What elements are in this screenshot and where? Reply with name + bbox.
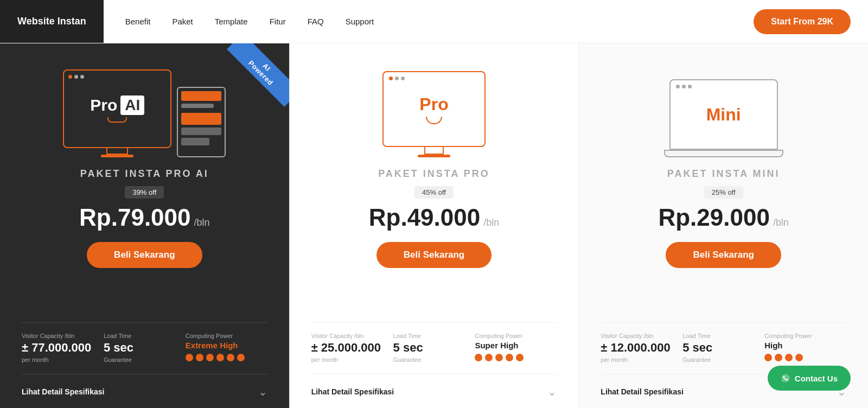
price-unit-ai: /bln [194, 217, 210, 228]
pro-label: Pro [419, 94, 448, 114]
mini-dot1 [676, 85, 680, 88]
nav-template[interactable]: Template [215, 17, 248, 26]
contact-us-button[interactable]: Contact Us [768, 366, 851, 391]
stat-power-label-pro: Computing Power [475, 333, 557, 339]
ai-ribbon: AI Powered [227, 43, 289, 107]
discount-badge-pro: 45% off [414, 186, 454, 199]
pkg-title-ai: PAKET INSTA PRO AI [80, 168, 209, 180]
stat-power-mini: Computing Power High [764, 333, 846, 363]
nav-fitur[interactable]: Fitur [270, 17, 286, 26]
monitor-dots [68, 75, 84, 79]
pro-dot-r4 [506, 354, 513, 361]
stat-visitor-value-ai: ± 77.000.000 [22, 341, 104, 355]
price-main-ai: Rp.79.000 [79, 204, 190, 231]
pro-stand-base [418, 155, 450, 157]
stat-visitor-label-mini: Visitor Capacity /bln [601, 333, 682, 339]
nav-cta-button[interactable]: Start From 29K [754, 9, 851, 34]
stat-power-pro: Computing Power Super High [475, 333, 557, 363]
nav-links: Benefit Paket Template Fitur FAQ Support [125, 17, 754, 26]
detail-footer-pro[interactable]: Lihat Detail Spesifikasi ⌄ [311, 374, 557, 408]
stat-visitor-pro: Visitor Capacity /bln ± 25.000.000 per m… [311, 333, 393, 363]
stat-visitor-sub-pro: per month [311, 356, 393, 363]
dot-r4 [216, 354, 224, 361]
monitor-u [107, 117, 127, 123]
monitor-pro: Pro [382, 71, 486, 147]
stand-neck [106, 148, 128, 155]
nav-brand[interactable]: Website Instan [0, 0, 104, 43]
pro-dot3 [401, 76, 405, 80]
stat-load-label-ai: Load Time [104, 333, 186, 339]
stat-load-value-pro: 5 sec [393, 341, 475, 355]
pkg-title-mini: PAKET INSTA MINI [667, 168, 780, 180]
mini-dot3 [688, 85, 692, 88]
monitor-big: Pro AI [63, 69, 171, 148]
stand-base [101, 155, 133, 157]
buy-btn-mini[interactable]: Beli Sekarang [666, 242, 781, 268]
stat-load-value-ai: 5 sec [104, 341, 186, 355]
price-row-pro: Rp.49.000 /bln [369, 204, 500, 231]
price-main-pro: Rp.49.000 [369, 204, 480, 231]
card-pro-ai: AI Powered Pro AI [0, 43, 289, 408]
stat-load-label-pro: Load Time [393, 333, 475, 339]
dot-r6 [237, 354, 245, 361]
stats-row-mini: Visitor Capacity /bln ± 12.000.000 per m… [601, 322, 846, 363]
mini-dot-r2 [775, 354, 782, 361]
mini-dot-r1 [764, 354, 772, 361]
chevron-icon-ai: ⌄ [258, 385, 267, 398]
stats-row-ai: Visitor Capacity /bln ± 77.000.000 per m… [22, 322, 267, 363]
discount-badge-mini: 25% off [704, 186, 743, 199]
stat-visitor-mini: Visitor Capacity /bln ± 12.000.000 per m… [601, 333, 682, 363]
contact-label: Contact Us [795, 374, 838, 383]
dot-r1 [186, 354, 193, 361]
pro-dot-r1 [475, 354, 482, 361]
nav-faq[interactable]: FAQ [308, 17, 324, 26]
mini-dot2 [682, 85, 686, 88]
stat-power-label-mini: Computing Power [764, 333, 846, 339]
pricing-cards: AI Powered Pro AI [0, 43, 868, 408]
stat-load-sub-mini: Guarantee [682, 356, 764, 363]
stat-power-value-ai: Extreme High [186, 341, 267, 350]
mini-dot-r3 [785, 354, 793, 361]
pro-icon: Pro [382, 60, 486, 157]
monitor-label: Pro AI [90, 95, 144, 115]
stat-load-value-mini: 5 sec [682, 341, 764, 355]
whatsapp-icon [781, 373, 790, 383]
pro-ai-icon: Pro AI [63, 60, 226, 157]
price-main-mini: Rp.29.000 [658, 204, 769, 231]
stat-visitor-sub-mini: per month [601, 356, 682, 363]
detail-footer-text-mini: Lihat Detail Spesifikasi [601, 387, 684, 396]
buy-btn-pro[interactable]: Beli Sekarang [376, 242, 492, 268]
dots-rating-pro [475, 354, 557, 361]
device-row1 [181, 91, 221, 101]
stat-load-mini: Load Time 5 sec Guarantee [682, 333, 764, 363]
detail-footer-ai[interactable]: Lihat Detail Spesifikasi ⌄ [22, 374, 267, 408]
ai-label: AI [120, 95, 144, 115]
pro-dot2 [395, 76, 399, 80]
mini-dots [676, 85, 692, 88]
dot1 [68, 75, 72, 79]
dot3 [80, 75, 84, 79]
pro-dots [389, 76, 405, 80]
stat-visitor-sub-ai: per month [22, 356, 104, 363]
mini-dot-r4 [795, 354, 803, 361]
pro-dot-r2 [485, 354, 493, 361]
device-block3 [181, 138, 209, 145]
dot-r2 [196, 354, 203, 361]
buy-btn-ai[interactable]: Beli Sekarang [87, 242, 202, 268]
stat-load-pro: Load Time 5 sec Guarantee [393, 333, 475, 363]
mini-icon: Mini [664, 60, 783, 157]
dots-rating-mini [764, 354, 846, 361]
price-row-ai: Rp.79.000 /bln [79, 204, 210, 231]
pro-dot1 [389, 76, 393, 80]
stat-load-sub-pro: Guarantee [393, 356, 475, 363]
stat-power-label-ai: Computing Power [186, 333, 267, 339]
nav-paket[interactable]: Paket [172, 17, 193, 26]
chevron-icon-pro: ⌄ [547, 385, 557, 398]
pro-stand-neck [424, 147, 444, 155]
nav-support[interactable]: Support [346, 17, 374, 26]
nav-benefit[interactable]: Benefit [125, 17, 151, 26]
stat-load-label-mini: Load Time [682, 333, 764, 339]
pkg-title-pro: PAKET INSTA PRO [378, 168, 490, 180]
price-unit-mini: /bln [773, 217, 789, 228]
monitor-stand [101, 148, 133, 157]
